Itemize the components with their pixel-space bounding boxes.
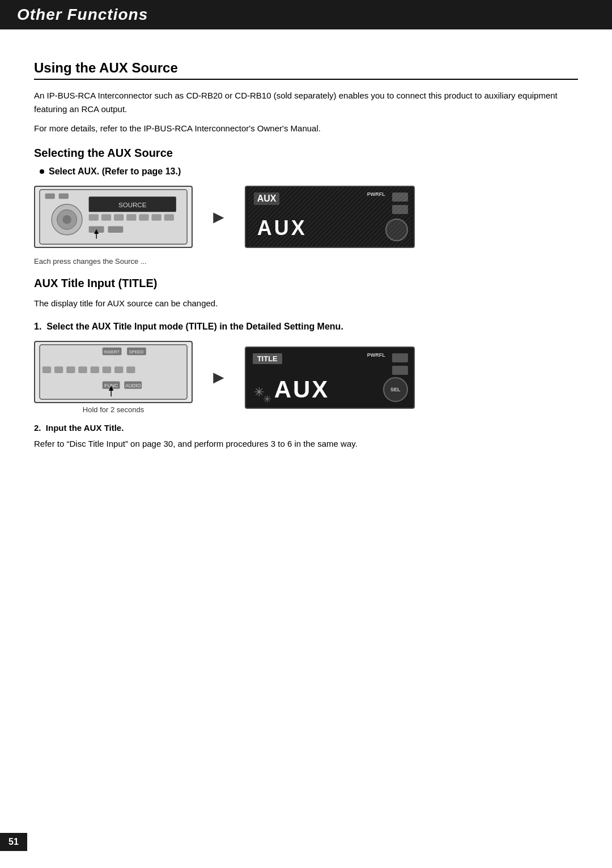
- device-image-left-1: SOURCE: [34, 186, 193, 248]
- device-diagram-left-2: INSERT SPEED FUNC AUDIO: [34, 341, 193, 414]
- sel-knob: SEL: [383, 377, 408, 402]
- small-btn-4: [392, 366, 408, 375]
- using-aux-para1: An IP-BUS-RCA Interconnector such as CD-…: [34, 89, 578, 116]
- svg-rect-31: [114, 366, 123, 373]
- svg-rect-29: [91, 366, 99, 373]
- step-2-label: 2. Input the AUX Title.: [34, 423, 578, 433]
- svg-rect-8: [114, 214, 124, 221]
- page-number: 51: [0, 833, 27, 851]
- svg-rect-11: [151, 214, 161, 221]
- aux-title-description: The display title for AUX source can be …: [34, 297, 578, 310]
- svg-rect-25: [42, 366, 51, 373]
- arrow-icon-1: ►: [210, 207, 228, 228]
- svg-rect-32: [126, 366, 135, 373]
- section-using-aux-title: Using the AUX Source: [34, 60, 578, 80]
- bullet-dot-icon: [40, 169, 44, 174]
- svg-rect-12: [164, 214, 174, 221]
- device-display-right-2: TITLE PWRFL SEL ✳ ✳ AUX: [245, 347, 415, 409]
- diagram-row-1: SOURCE ► AUX PWRFL AUX: [34, 186, 578, 248]
- device-display-right-1: AUX PWRFL AUX: [245, 186, 415, 248]
- svg-rect-18: [248, 187, 411, 247]
- step-2-text: Input the AUX Title.: [46, 423, 124, 433]
- step-2-number: 2.: [34, 423, 44, 433]
- svg-text:FUNC: FUNC: [104, 383, 118, 388]
- diagram-row-2: INSERT SPEED FUNC AUDIO: [34, 341, 578, 414]
- svg-text:AUDIO: AUDIO: [125, 383, 141, 388]
- page-header: Other Functions: [0, 0, 612, 29]
- svg-rect-10: [139, 214, 148, 221]
- svg-text:SOURCE: SOURCE: [118, 202, 147, 208]
- arrow-icon-2: ►: [210, 367, 228, 388]
- svg-text:SPEED: SPEED: [129, 349, 144, 354]
- svg-rect-26: [54, 366, 63, 373]
- subsection-selecting-aux-title: Selecting the AUX Source: [34, 147, 578, 160]
- step-1-number: 1.: [34, 322, 44, 331]
- svg-point-5: [62, 215, 71, 224]
- title-label-display: TITLE: [253, 353, 282, 364]
- snowflake-icon-2: ✳: [263, 393, 271, 405]
- svg-rect-14: [108, 226, 123, 233]
- svg-rect-1: [45, 194, 55, 199]
- bullet-select-aux-label: Select AUX. (Refer to page 13.): [49, 166, 181, 177]
- diagram-1-caption: Each press changes the Source ...: [34, 257, 578, 266]
- svg-rect-9: [126, 214, 136, 221]
- sel-label: SEL: [390, 387, 401, 392]
- using-aux-para2: For more details, refer to the IP-BUS-RC…: [34, 122, 578, 135]
- step-1-text: Select the AUX Title Input mode (TITLE) …: [46, 322, 343, 331]
- device-svg-2: INSERT SPEED FUNC AUDIO: [35, 342, 192, 402]
- svg-rect-2: [59, 194, 69, 199]
- svg-rect-30: [103, 366, 111, 373]
- device-image-left-2: INSERT SPEED FUNC AUDIO: [34, 341, 193, 403]
- bullet-select-aux: Select AUX. (Refer to page 13.): [40, 166, 578, 177]
- step-1-label: 1. Select the AUX Title Input mode (TITL…: [34, 322, 578, 332]
- device-svg-1: SOURCE: [35, 187, 192, 247]
- subsection-aux-title-input: AUX Title Input (TITLE): [34, 277, 578, 290]
- right-controls-2: [392, 353, 408, 375]
- step1-caption: Hold for 2 seconds: [34, 405, 193, 414]
- svg-rect-27: [66, 366, 75, 373]
- svg-text:INSERT: INSERT: [104, 349, 120, 354]
- step-2-desc: Refer to “Disc Title Input” on page 30, …: [34, 437, 578, 451]
- svg-rect-28: [78, 366, 87, 373]
- display-texture: [246, 187, 414, 247]
- header-title: Other Functions: [17, 6, 148, 23]
- svg-rect-7: [101, 214, 111, 221]
- device-diagram-left-1: SOURCE: [34, 186, 193, 248]
- svg-rect-6: [89, 214, 99, 221]
- pwrfl-label-2: PWRFL: [367, 352, 385, 358]
- small-btn-3: [392, 353, 408, 362]
- aux-title-display: AUX: [274, 376, 330, 403]
